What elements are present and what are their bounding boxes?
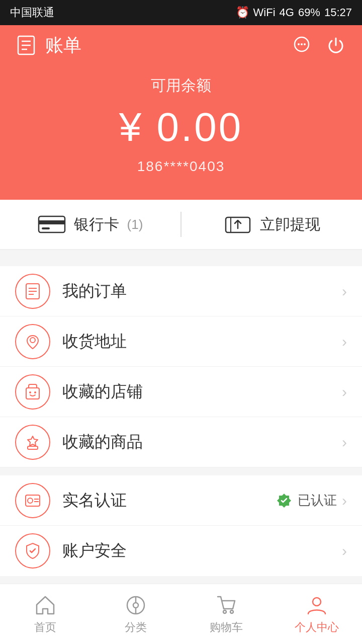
gap-1 — [0, 250, 362, 258]
menu-item-security[interactable]: 账户安全 › — [0, 526, 362, 576]
bank-card-button[interactable]: 银行卡 (1) — [0, 200, 180, 249]
nav-category-label: 分类 — [125, 620, 147, 635]
orders-label: 我的订单 — [62, 280, 342, 302]
header-left: 账单 — [15, 33, 81, 58]
battery-text: 69% — [298, 6, 320, 19]
header-right — [291, 34, 347, 56]
alarm-icon: ⏰ — [236, 6, 249, 19]
nav-profile-label: 个人中心 — [295, 620, 339, 635]
security-chevron: › — [342, 542, 347, 559]
svg-point-29 — [223, 610, 226, 613]
header: 账单 — [0, 25, 362, 65]
nav-profile[interactable]: 个人中心 — [272, 584, 362, 644]
status-right: ⏰ WiFi 4G 69% 15:27 — [236, 6, 352, 19]
status-bar: 中国联通 ⏰ WiFi 4G 69% 15:27 — [0, 0, 362, 25]
orders-icon — [15, 274, 50, 309]
menu-list: 我的订单 › 收货地址 › — [0, 266, 362, 576]
svg-point-18 — [29, 391, 31, 393]
withdraw-button[interactable]: 立卽提现 — [182, 200, 362, 249]
power-button[interactable] — [325, 34, 347, 56]
bottom-nav: 首页 分类 购物车 个人中心 — [0, 584, 362, 644]
svg-point-16 — [30, 338, 35, 343]
realname-icon — [15, 483, 50, 518]
menu-item-fav-goods[interactable]: 收藏的商品 › — [0, 417, 362, 467]
svg-point-19 — [34, 391, 36, 393]
balance-phone: 186****0403 — [0, 158, 362, 175]
orders-chevron: › — [342, 283, 347, 300]
fav-goods-chevron: › — [342, 434, 347, 451]
withdraw-label: 立卽提现 — [260, 214, 320, 235]
fav-shops-icon — [15, 374, 50, 410]
time-text: 15:27 — [324, 6, 352, 19]
fav-shops-label: 收藏的店铺 — [62, 381, 342, 403]
realname-chevron: › — [342, 492, 347, 509]
gap-2 — [0, 467, 362, 475]
fav-goods-label: 收藏的商品 — [62, 431, 342, 453]
svg-rect-17 — [26, 388, 39, 399]
menu-item-fav-shops[interactable]: 收藏的店铺 › — [0, 367, 362, 417]
security-icon — [15, 533, 50, 569]
action-bar: 银行卡 (1) 立卽提现 — [0, 200, 362, 250]
verified-text: 已认证 — [298, 492, 337, 509]
nav-home[interactable]: 首页 — [0, 584, 90, 644]
menu-item-orders[interactable]: 我的订单 › — [0, 266, 362, 316]
address-icon — [15, 324, 50, 359]
realname-extra: 已认证 — [276, 492, 337, 509]
nav-home-label: 首页 — [34, 620, 56, 635]
wifi-icon: WiFi — [253, 6, 276, 19]
svg-point-31 — [313, 598, 321, 606]
fav-goods-icon — [15, 425, 50, 460]
svg-rect-9 — [39, 220, 65, 224]
balance-amount: ¥ 0.00 — [0, 104, 362, 150]
svg-rect-10 — [42, 227, 50, 229]
svg-rect-20 — [28, 446, 38, 449]
fav-shops-chevron: › — [342, 383, 347, 400]
svg-point-22 — [28, 498, 33, 503]
menu-item-address[interactable]: 收货地址 › — [0, 316, 362, 367]
nav-cart[interactable]: 购物车 — [181, 584, 272, 644]
security-label: 账户安全 — [62, 540, 342, 562]
menu-item-realname[interactable]: 实名认证 已认证 › — [0, 475, 362, 526]
bank-card-label: 银行卡 — [74, 214, 119, 235]
carrier-text: 中国联通 — [10, 5, 54, 20]
svg-point-30 — [230, 610, 233, 613]
bank-card-count: (1) — [127, 217, 143, 232]
nav-category[interactable]: 分类 — [90, 584, 181, 644]
signal-icon: 4G — [280, 6, 294, 19]
svg-point-7 — [304, 43, 306, 45]
address-label: 收货地址 — [62, 331, 342, 353]
balance-label: 可用余额 — [0, 75, 362, 96]
address-chevron: › — [342, 333, 347, 350]
realname-label: 实名认证 — [62, 490, 276, 512]
nav-cart-label: 购物车 — [210, 620, 243, 635]
svg-point-5 — [298, 43, 300, 45]
svg-point-26 — [133, 603, 138, 608]
balance-area: 可用余额 ¥ 0.00 186****0403 — [0, 65, 362, 200]
svg-point-6 — [301, 43, 303, 45]
header-title: 账单 — [45, 33, 81, 58]
bill-icon — [15, 34, 37, 56]
message-button[interactable] — [291, 34, 313, 56]
